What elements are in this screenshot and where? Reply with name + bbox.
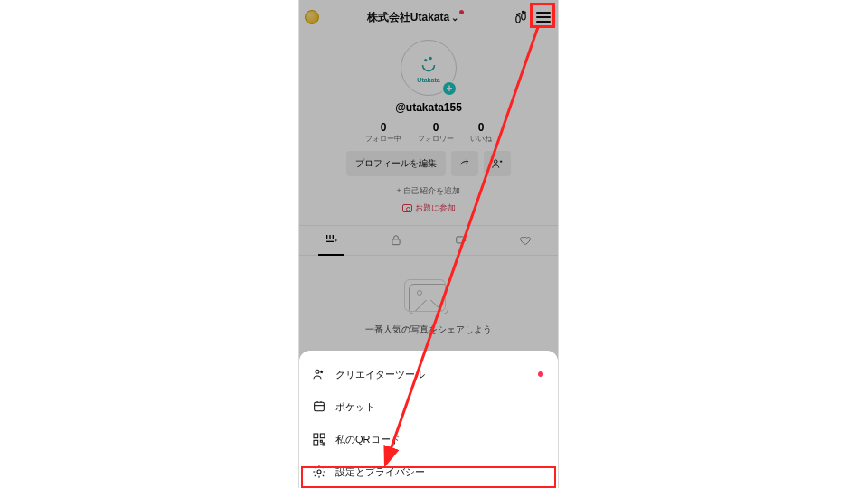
camera-icon (402, 204, 412, 212)
account-switcher[interactable]: 株式会社Utakata ⌄ (325, 10, 507, 25)
profile-section: Utakata + @utakata155 (299, 40, 558, 114)
menu-item-creator-tools[interactable]: クリエイターツール (299, 358, 558, 390)
edit-profile-button[interactable]: プロフィールを編集 (346, 151, 446, 176)
svg-rect-10 (329, 235, 330, 239)
pocket-icon (312, 399, 326, 414)
svg-rect-18 (314, 440, 318, 445)
menu-item-label: 私のQRコード (335, 433, 401, 446)
menu-item-pocket[interactable]: ポケット (299, 390, 558, 423)
stats-row: 0 フォロー中 0 フォロワー 0 いいね (299, 121, 558, 144)
empty-feed: 一番人気の写真をシェアしよう (299, 256, 558, 364)
add-friend-icon (491, 157, 504, 170)
lock-icon (390, 234, 402, 247)
svg-point-0 (516, 16, 521, 23)
share-profile-button[interactable] (451, 151, 478, 176)
share-icon (458, 157, 471, 170)
username: @utakata155 (395, 101, 462, 114)
svg-rect-13 (457, 237, 464, 243)
stat-following[interactable]: 0 フォロー中 (365, 121, 401, 144)
svg-rect-15 (315, 402, 325, 410)
action-row: プロフィールを編集 (299, 151, 558, 176)
menu-item-label: クリエイターツール (335, 368, 425, 381)
header-title: 株式会社Utakata (367, 10, 449, 25)
annotation-settings-highlight (301, 466, 556, 488)
add-bio-button[interactable]: + 自己紹介を追加 (299, 185, 558, 197)
notification-dot (459, 10, 464, 14)
chevron-down-icon: ⌄ (451, 13, 458, 23)
heart-icon (518, 234, 533, 247)
svg-rect-16 (314, 434, 318, 438)
topic-link[interactable]: お題に参加 (299, 202, 558, 214)
svg-rect-17 (320, 434, 325, 438)
phone-frame: 株式会社Utakata ⌄ Utakata + @utakata155 0 (298, 0, 559, 488)
svg-point-4 (523, 11, 524, 13)
repost-icon (454, 234, 468, 247)
avatar-label: Utakata (417, 77, 439, 83)
add-story-icon[interactable]: + (441, 80, 458, 97)
svg-point-14 (316, 370, 319, 373)
tab-grid[interactable] (299, 226, 364, 255)
notification-dot (538, 371, 543, 377)
svg-rect-9 (326, 235, 327, 239)
stat-followers[interactable]: 0 フォロワー (418, 121, 454, 144)
header-bar: 株式会社Utakata ⌄ (299, 0, 558, 34)
add-friend-button[interactable] (484, 151, 511, 176)
avatar[interactable]: Utakata + (401, 40, 457, 96)
svg-point-3 (519, 14, 521, 15)
footprint-icon[interactable] (513, 9, 529, 25)
creator-tools-icon (312, 367, 326, 381)
grid-icon (325, 233, 339, 248)
stat-likes[interactable]: 0 いいね (470, 121, 492, 144)
svg-point-6 (425, 60, 427, 61)
tab-repost[interactable] (429, 226, 494, 255)
dimmed-background: 株式会社Utakata ⌄ Utakata + @utakata155 0 (299, 0, 558, 364)
svg-rect-12 (392, 239, 400, 245)
qrcode-icon (312, 432, 326, 446)
svg-point-7 (429, 58, 431, 60)
svg-point-8 (495, 160, 498, 164)
svg-point-2 (517, 14, 519, 15)
coin-icon[interactable] (305, 10, 319, 24)
tab-liked[interactable] (494, 226, 559, 255)
annotation-hamburger-highlight (530, 3, 555, 28)
content-tabs (299, 225, 558, 256)
empty-feed-message: 一番人気の写真をシェアしよう (365, 324, 492, 336)
svg-point-1 (522, 14, 526, 21)
gallery-placeholder-icon (409, 284, 448, 314)
menu-item-qrcode[interactable]: 私のQRコード (299, 423, 558, 455)
svg-point-5 (524, 12, 526, 14)
svg-rect-11 (332, 235, 333, 239)
menu-item-label: ポケット (335, 400, 375, 414)
tab-private[interactable] (364, 226, 429, 255)
